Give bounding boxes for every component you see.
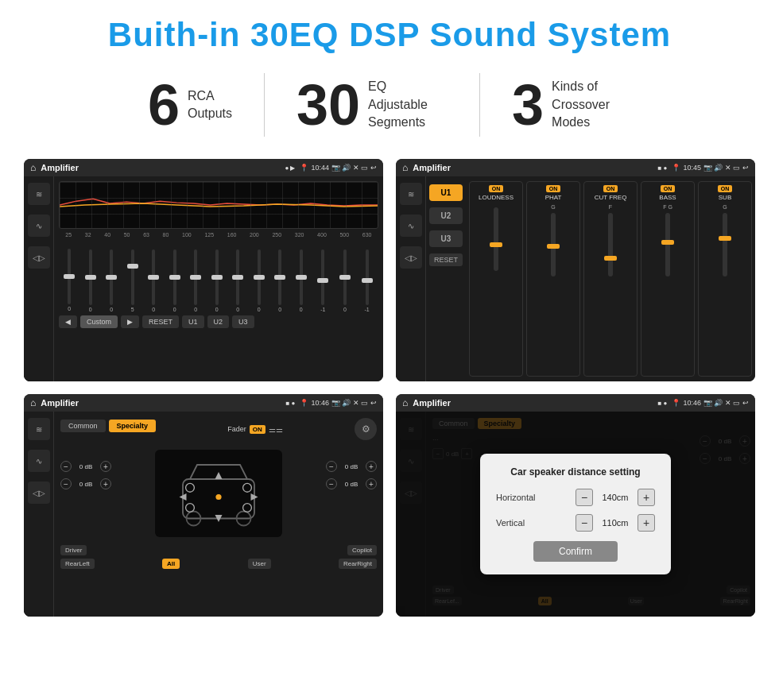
eq-sliders: 0 0 0 5 xyxy=(59,241,378,312)
vol-minus-bl[interactable]: − xyxy=(60,478,72,489)
vol-minus-br[interactable]: − xyxy=(326,478,337,489)
wave-icon[interactable]: ∿ xyxy=(28,215,50,237)
vol-plus-br[interactable]: + xyxy=(366,478,377,489)
cv-on-cutfreq: ON xyxy=(603,185,618,192)
svg-point-7 xyxy=(215,494,221,500)
u3-button[interactable]: U3 xyxy=(429,230,463,247)
settings-icon-3[interactable]: ⚙ xyxy=(355,418,377,440)
media-icon-3: ■ ● xyxy=(286,400,296,407)
equalizer-icon[interactable]: ≋ xyxy=(28,183,50,205)
screen2-content: ≋ ∿ ◁▷ U1 U2 U3 RESET ON LOUDNESS xyxy=(396,176,755,381)
eq-u2-btn[interactable]: U2 xyxy=(207,315,230,328)
vol-val-tl: 0 dB xyxy=(75,463,97,470)
home-icon-4: ⌂ xyxy=(402,397,408,408)
main-title: Buith-in 30EQ DSP Sound System xyxy=(24,16,755,54)
fader-on-badge: ON xyxy=(250,425,265,434)
feature-eq: 30 EQ Adjustable Segments xyxy=(265,76,479,133)
eq-custom-btn[interactable]: Custom xyxy=(80,315,118,328)
status-bar-2: ⌂ Amplifier ■ ● 📍 10:45 📷 🔊 ✕ ▭ ↩ xyxy=(396,159,755,176)
feature-desc-crossover: Kinds of Crossover Modes xyxy=(552,78,631,131)
home-icon-2: ⌂ xyxy=(402,162,408,173)
vol-plus-tr[interactable]: + xyxy=(366,461,377,472)
u1-button[interactable]: U1 xyxy=(429,184,463,201)
cv-sub: ON SUB G xyxy=(698,181,752,377)
eq-bottom-bar: ◀ Custom ▶ RESET U1 U2 U3 xyxy=(59,312,378,331)
eq-graph xyxy=(59,181,378,229)
volume-icon[interactable]: ◁▷ xyxy=(28,246,50,269)
feature-crossover: 3 Kinds of Crossover Modes xyxy=(480,76,663,133)
bl-driver[interactable]: Driver xyxy=(60,545,87,555)
dialog-title: Car speaker distance setting xyxy=(496,466,655,478)
fader-sliders-icon: ⚌⚌ xyxy=(269,425,283,434)
bl-user[interactable]: User xyxy=(248,559,271,569)
eq-icon-3[interactable]: ≋ xyxy=(28,418,50,440)
media-icon-2: ■ ● xyxy=(658,164,668,172)
screens-grid: ⌂ Amplifier ● ▶ 📍 10:44 📷 🔊 ✕ ▭ ↩ ≋ ∿ ◁▷ xyxy=(24,159,755,617)
tab-specialty[interactable]: Specialty xyxy=(109,420,157,432)
side-controls-3: ≋ ∿ ◁▷ xyxy=(24,412,54,617)
screen4-content: ≋ ∿ ◁▷ Common Specialty ... − 0 dB xyxy=(396,412,755,617)
right-vol-controls: − 0 dB + − 0 dB + xyxy=(326,445,377,542)
dialog-horizontal-stepper: − 140cm + xyxy=(576,489,655,506)
eq-icon-2[interactable]: ≋ xyxy=(400,183,422,205)
status-bar-3: ⌂ Amplifier ■ ● 📍 10:46 📷 🔊 ✕ ▭ ↩ xyxy=(24,394,383,412)
eq-play-btn[interactable]: ▶ xyxy=(121,315,139,328)
cv-label-bass: BASS xyxy=(659,194,676,201)
vol-minus-tr[interactable]: − xyxy=(326,461,337,472)
vol-plus-tl[interactable]: + xyxy=(100,461,111,472)
reset-button-cv[interactable]: RESET xyxy=(429,253,463,266)
feature-number-crossover: 3 xyxy=(512,76,544,133)
fader-label: Fader xyxy=(227,425,246,433)
svg-point-4 xyxy=(243,483,252,492)
feature-rca: 6 RCA Outputs xyxy=(116,76,264,133)
tab-common[interactable]: Common xyxy=(60,420,106,432)
eq-reset-btn[interactable]: RESET xyxy=(142,315,179,328)
bl-copilot[interactable]: Copilot xyxy=(347,545,377,555)
vol-plus-bl[interactable]: + xyxy=(100,478,111,489)
status-icons-4: 📍 10:46 📷 🔊 ✕ ▭ ↩ xyxy=(672,399,749,407)
vol-minus-tl[interactable]: − xyxy=(60,461,72,472)
cv-label-cutfreq: CUT FREQ xyxy=(595,194,627,201)
vol-icon-3[interactable]: ◁▷ xyxy=(28,481,50,504)
status-icons-3: 📍 10:46 📷 🔊 ✕ ▭ ↩ xyxy=(300,399,377,407)
dialog-horizontal-label: Horizontal xyxy=(496,493,552,502)
eq-u3-btn[interactable]: U3 xyxy=(232,315,254,328)
bl-rearright[interactable]: RearRight xyxy=(339,559,377,569)
eq-slider-col: 0 xyxy=(258,249,261,312)
vertical-value: 110cm xyxy=(598,518,633,528)
confirm-button[interactable]: Confirm xyxy=(533,541,618,562)
vol-val-br: 0 dB xyxy=(340,481,362,488)
eq-prev-btn[interactable]: ◀ xyxy=(59,315,77,328)
screen-eq: ⌂ Amplifier ● ▶ 📍 10:44 📷 🔊 ✕ ▭ ↩ ≋ ∿ ◁▷ xyxy=(24,159,383,381)
features-row: 6 RCA Outputs 30 EQ Adjustable Segments … xyxy=(24,73,755,137)
side-controls-1: ≋ ∿ ◁▷ xyxy=(24,176,54,381)
screen-distance: ⌂ Amplifier ■ ● 📍 10:46 📷 🔊 ✕ ▭ ↩ ≋ ∿ ◁▷… xyxy=(396,394,755,617)
eq-u1-btn[interactable]: U1 xyxy=(182,315,204,328)
cv-on-bass: ON xyxy=(661,185,676,192)
vol-icon-2[interactable]: ◁▷ xyxy=(400,246,422,269)
u2-button[interactable]: U2 xyxy=(429,207,463,224)
screen3-content: ≋ ∿ ◁▷ Common Specialty Fader ON ⚌⚌ xyxy=(24,412,383,617)
dialog-row-vertical: Vertical − 110cm + xyxy=(496,514,655,532)
side-controls-2: ≋ ∿ ◁▷ xyxy=(396,176,426,381)
wave-icon-2[interactable]: ∿ xyxy=(400,215,422,237)
eq-slider-col: -1 xyxy=(364,249,369,312)
car-diagram xyxy=(155,450,282,537)
feature-number-eq: 30 xyxy=(296,76,360,133)
vertical-plus-btn[interactable]: + xyxy=(638,514,655,532)
svg-marker-8 xyxy=(215,472,223,479)
eq-slider-col: 0 xyxy=(173,249,176,312)
horizontal-minus-btn[interactable]: − xyxy=(576,489,593,506)
cv-phat: ON PHAT G xyxy=(526,181,580,377)
eq-slider-col: 0 xyxy=(194,249,197,312)
wave-icon-3[interactable]: ∿ xyxy=(28,450,50,472)
vertical-minus-btn[interactable]: − xyxy=(576,514,593,532)
bl-all[interactable]: All xyxy=(162,559,180,569)
horizontal-plus-btn[interactable]: + xyxy=(638,489,655,506)
crossover-main: ON LOUDNESS ON PHAT G ON CUT FREQ F xyxy=(466,176,755,381)
bl-rearleft[interactable]: RearLeft xyxy=(60,559,95,569)
vol-ctrl-bl: − 0 dB + xyxy=(60,478,111,489)
status-icons-1: 📍 10:44 📷 🔊 ✕ ▭ ↩ xyxy=(300,164,377,172)
left-vol-controls: − 0 dB + − 0 dB + xyxy=(60,445,111,542)
dialog-vertical-stepper: − 110cm + xyxy=(576,514,655,532)
